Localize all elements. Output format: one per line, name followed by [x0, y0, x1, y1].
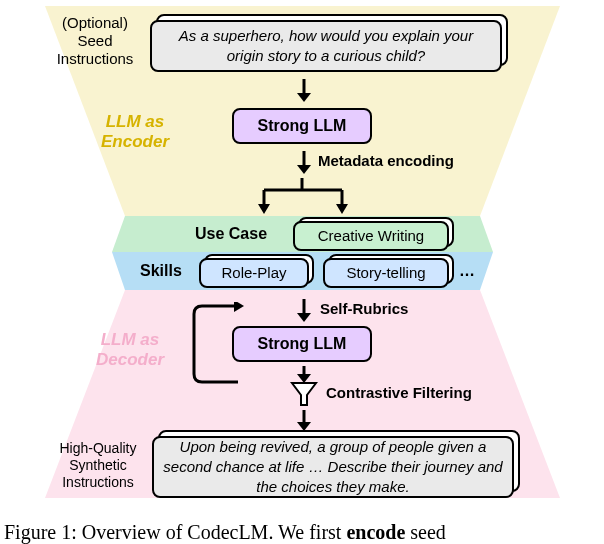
- metadata-encoding-label: Metadata encoding: [318, 152, 454, 170]
- arrow-down-icon: [294, 148, 314, 176]
- svg-marker-19: [292, 383, 316, 405]
- strong-llm-encoder: Strong LLM: [232, 108, 372, 144]
- decoder-label: LLM as Decoder: [85, 330, 175, 371]
- svg-marker-15: [297, 313, 311, 322]
- encoder-label: LLM as Encoder: [90, 112, 180, 153]
- caption-prefix: Figure 1: Overview of CodecLM. We first: [4, 521, 346, 543]
- skills-label: Skills: [140, 261, 182, 280]
- synthetic-instruction-text: Upon being revived, a group of people gi…: [162, 437, 504, 498]
- strong-llm-decoder: Strong LLM: [232, 326, 372, 362]
- arrow-down-icon: [294, 76, 314, 104]
- synthetic-instructions-label: High-Quality Synthetic Instructions: [48, 440, 148, 490]
- synthetic-instruction-card: Upon being revived, a group of people gi…: [152, 436, 514, 498]
- svg-marker-7: [297, 165, 311, 174]
- self-rubrics-label: Self-Rubrics: [320, 300, 408, 318]
- seed-instruction-text: As a superhero, how would you explain yo…: [160, 26, 492, 67]
- skill-text-2: Story-telling: [346, 263, 425, 283]
- use-case-card: Creative Writing: [293, 221, 449, 251]
- arrow-down-icon: [294, 296, 314, 324]
- contrastive-filtering-label: Contrastive Filtering: [326, 384, 472, 402]
- use-case-value: Creative Writing: [318, 226, 424, 246]
- skill-card-1: Role-Play: [199, 258, 309, 288]
- skills-ellipsis: …: [459, 262, 475, 280]
- skill-text-1: Role-Play: [221, 263, 286, 283]
- caption-strong: encode: [346, 521, 405, 543]
- seed-instructions-label: (Optional) Seed Instructions: [50, 14, 140, 68]
- strong-llm-decoder-text: Strong LLM: [258, 333, 347, 355]
- caption-suffix: seed: [405, 521, 446, 543]
- svg-marker-11: [258, 204, 270, 214]
- split-arrows: [230, 176, 380, 220]
- seed-instruction-card: As a superhero, how would you explain yo…: [150, 20, 502, 72]
- svg-marker-16: [234, 302, 244, 312]
- use-case-label: Use Case: [195, 224, 267, 243]
- strong-llm-encoder-text: Strong LLM: [258, 115, 347, 137]
- svg-marker-13: [336, 204, 348, 214]
- funnel-icon: [289, 380, 319, 408]
- figure-caption: Figure 1: Overview of CodecLM. We first …: [0, 521, 604, 544]
- skill-card-2: Story-telling: [323, 258, 449, 288]
- svg-marker-5: [297, 93, 311, 102]
